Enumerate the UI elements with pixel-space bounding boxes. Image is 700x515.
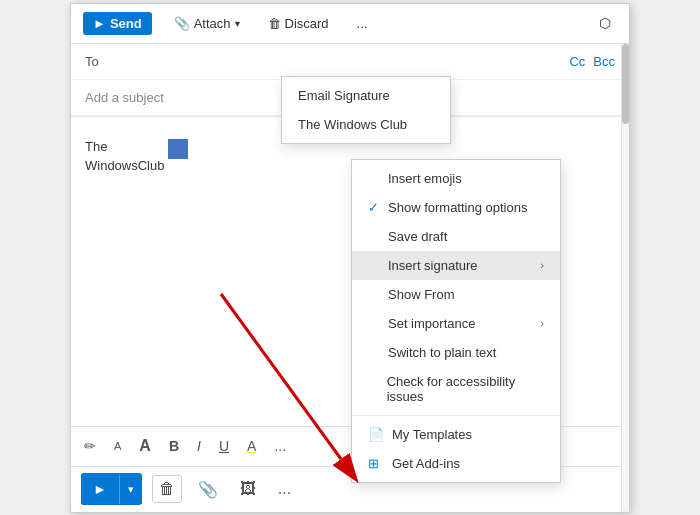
italic-button[interactable]: I: [192, 435, 206, 457]
menu-item-insert-signature[interactable]: Insert signature ›: [352, 251, 560, 280]
menu-item-accessibility[interactable]: Check for accessibility issues: [352, 367, 560, 411]
send-icon: ►: [93, 16, 106, 31]
scrollbar-thumb[interactable]: [622, 44, 629, 124]
bcc-button[interactable]: Bcc: [593, 54, 615, 69]
arrow-signature-icon: ›: [540, 259, 544, 271]
menu-separator: [352, 415, 560, 416]
email-compose-window: ► Send 📎 Attach ▾ 🗑 Discard ... ⬡ To Cc …: [70, 3, 630, 513]
check-from: [368, 287, 388, 302]
check-draft: [368, 229, 388, 244]
templates-icon: 📄: [368, 427, 388, 442]
chevron-down-icon: ▾: [235, 18, 240, 29]
menu-item-show-from[interactable]: Show From: [352, 280, 560, 309]
trash-action-button[interactable]: 🗑: [152, 475, 182, 503]
check-formatting: ✓: [368, 200, 388, 215]
font-small-button[interactable]: A: [109, 437, 126, 455]
send-dropdown-button[interactable]: ▾: [119, 475, 142, 504]
popout-icon: ⬡: [599, 15, 611, 31]
pen-format-button[interactable]: ✏: [79, 435, 101, 457]
subject-placeholder[interactable]: Add a subject: [85, 90, 164, 105]
attach-action-button[interactable]: 📎: [192, 476, 224, 503]
image-action-button[interactable]: 🖼: [234, 476, 262, 502]
context-menu: Insert emojis ✓ Show formatting options …: [351, 159, 561, 483]
popout-button[interactable]: ⬡: [593, 11, 617, 35]
highlight-button[interactable]: A: [242, 435, 261, 457]
to-input[interactable]: [115, 54, 569, 69]
send-button[interactable]: ► Send: [83, 12, 152, 35]
to-row: To Cc Bcc: [71, 44, 629, 80]
check-accessibility: [368, 381, 387, 396]
send-action-button[interactable]: ►: [81, 473, 119, 505]
menu-item-my-templates[interactable]: 📄 My Templates: [352, 420, 560, 449]
menu-item-get-addins[interactable]: ⊞ Get Add-ins: [352, 449, 560, 478]
cc-bcc-area: Cc Bcc: [569, 54, 615, 69]
menu-item-save-draft[interactable]: Save draft: [352, 222, 560, 251]
more-action-button[interactable]: ...: [272, 476, 297, 502]
submenu-signature: Email Signature The Windows Club: [281, 76, 451, 144]
check-emojis: [368, 171, 388, 186]
submenu-item-windows-club[interactable]: The Windows Club: [282, 110, 450, 139]
paperclip-icon: 📎: [174, 16, 190, 31]
main-toolbar: ► Send 📎 Attach ▾ 🗑 Discard ... ⬡: [71, 4, 629, 44]
addins-icon: ⊞: [368, 456, 388, 471]
signature-icon: [168, 139, 188, 159]
menu-item-switch-plain[interactable]: Switch to plain text: [352, 338, 560, 367]
submenu-item-email-signature[interactable]: Email Signature: [282, 81, 450, 110]
menu-item-show-formatting[interactable]: ✓ Show formatting options: [352, 193, 560, 222]
font-large-button[interactable]: A: [134, 434, 156, 458]
cc-button[interactable]: Cc: [569, 54, 585, 69]
check-importance: [368, 316, 388, 331]
scrollbar[interactable]: [621, 44, 629, 512]
more-toolbar-button[interactable]: ...: [351, 12, 374, 35]
trash-icon: 🗑: [268, 16, 281, 31]
underline-button[interactable]: U: [214, 435, 234, 457]
bold-button[interactable]: B: [164, 435, 184, 457]
discard-button[interactable]: 🗑 Discard: [262, 12, 335, 35]
check-signature: [368, 258, 388, 273]
attach-button[interactable]: 📎 Attach ▾: [168, 12, 246, 35]
arrow-importance-icon: ›: [540, 317, 544, 329]
signature-block: The WindowsClub: [85, 137, 188, 175]
menu-item-insert-emojis[interactable]: Insert emojis: [352, 164, 560, 193]
to-label: To: [85, 54, 115, 69]
menu-item-set-importance[interactable]: Set importance ›: [352, 309, 560, 338]
more-format-button[interactable]: ...: [269, 435, 291, 457]
signature-text: The WindowsClub: [85, 137, 164, 175]
send-action-group: ► ▾: [81, 473, 142, 505]
check-plain: [368, 345, 388, 360]
